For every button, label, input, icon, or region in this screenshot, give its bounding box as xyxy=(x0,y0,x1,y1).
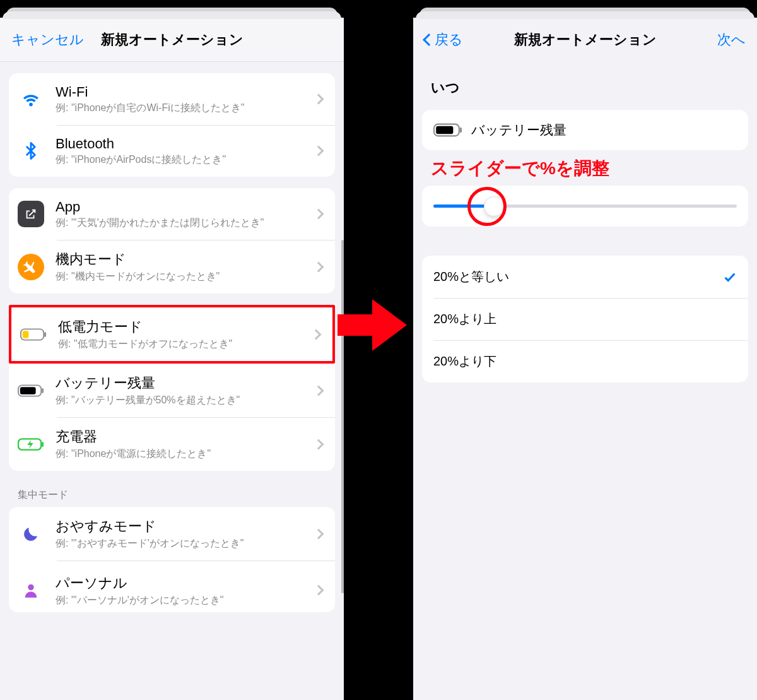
option-equals[interactable]: 20%と等しい xyxy=(422,256,748,298)
trigger-title: App xyxy=(56,199,315,215)
trigger-title: 低電力モード xyxy=(58,317,312,336)
chevron-right-icon xyxy=(311,329,322,340)
low-power-mode-icon xyxy=(20,321,47,348)
arrow-annotation-icon xyxy=(337,297,407,353)
trigger-wifi[interactable]: Wi-Fi 例: "iPhoneが自宅のWi-Fiに接続したとき" xyxy=(9,73,335,125)
highlight-annotation: 低電力モード 例: "低電力モードがオフになったとき" xyxy=(9,305,335,364)
trigger-title: 機内モード xyxy=(56,250,315,269)
trigger-subtitle: 例: "iPhoneがAirPodsに接続したとき" xyxy=(56,153,315,167)
trigger-airplane-mode[interactable]: 機内モード 例: "機内モードがオンになったとき" xyxy=(9,240,335,294)
svg-rect-2 xyxy=(23,331,29,338)
checkmark-icon xyxy=(723,270,737,284)
trigger-subtitle: 例: "'パーソナル'がオンになったとき" xyxy=(56,594,315,607)
trigger-title: 充電器 xyxy=(56,427,315,446)
trigger-bluetooth[interactable]: Bluetooth 例: "iPhoneがAirPodsに接続したとき" xyxy=(9,125,335,177)
option-label: 20%と等しい xyxy=(433,268,509,285)
trigger-subtitle: 例: "低電力モードがオフになったとき" xyxy=(58,338,312,351)
section-header-when: いつ xyxy=(422,62,748,100)
left-phone-screen: キャンセル 新規オートメーション Wi-Fi 例: "iPhoneが自宅のWi-… xyxy=(0,0,344,700)
airplane-mode-icon xyxy=(18,254,44,280)
svg-rect-1 xyxy=(44,332,46,337)
card-stack-decoration xyxy=(0,0,344,18)
chevron-right-icon xyxy=(314,94,324,105)
next-button[interactable]: 次へ xyxy=(717,30,746,49)
nav-bar: 戻る 新規オートメーション 次へ xyxy=(413,18,757,62)
trigger-title: Wi-Fi xyxy=(56,84,315,100)
chevron-right-icon xyxy=(314,585,324,596)
trigger-title: パーソナル xyxy=(56,574,315,593)
back-label: 戻る xyxy=(435,30,463,49)
trigger-summary-row: バッテリー残量 xyxy=(422,110,748,150)
svg-rect-5 xyxy=(20,387,36,394)
trigger-app[interactable]: App 例: "'天気'が開かれたかまたは閉じられたとき" xyxy=(9,188,335,240)
option-label: 20%より下 xyxy=(433,353,496,370)
trigger-subtitle: 例: "機内モードがオンになったとき" xyxy=(56,270,315,283)
person-icon xyxy=(18,577,44,603)
option-below[interactable]: 20%より下 xyxy=(422,340,748,383)
chevron-right-icon xyxy=(314,385,324,396)
trigger-low-power-mode[interactable]: 低電力モード 例: "低電力モードがオフになったとき" xyxy=(11,307,332,361)
option-above[interactable]: 20%より上 xyxy=(422,298,748,340)
chevron-right-icon xyxy=(314,439,324,449)
trigger-subtitle: 例: "'おやすみモード'がオンになったとき" xyxy=(56,537,315,550)
trigger-sleep-focus[interactable]: おやすみモード 例: "'おやすみモード'がオンになったとき" xyxy=(9,507,335,561)
back-button[interactable]: 戻る xyxy=(425,30,463,49)
scrollbar[interactable] xyxy=(341,240,344,593)
svg-rect-4 xyxy=(42,388,44,393)
battery-level-icon xyxy=(433,122,462,138)
trigger-personal-focus[interactable]: パーソナル 例: "'パーソナル'がオンになったとき" xyxy=(9,561,335,612)
trigger-subtitle: 例: "バッテリー残量が50%を超えたとき" xyxy=(56,394,315,407)
cancel-button[interactable]: キャンセル xyxy=(11,30,84,49)
moon-icon xyxy=(18,521,44,547)
chevron-right-icon xyxy=(314,261,324,272)
right-phone-screen: 戻る 新規オートメーション 次へ いつ バッテリー残量 スライダーで%を調整 2… xyxy=(413,0,757,700)
nav-title: 新規オートメーション xyxy=(101,30,244,49)
nav-title: 新規オートメーション xyxy=(514,30,657,49)
trigger-subtitle: 例: "iPhoneが電源に接続したとき" xyxy=(56,448,315,461)
trigger-subtitle: 例: "'天気'が開かれたかまたは閉じられたとき" xyxy=(56,217,315,230)
percent-slider[interactable] xyxy=(422,186,748,227)
app-open-icon xyxy=(18,201,44,227)
svg-point-8 xyxy=(28,584,33,590)
chevron-right-icon xyxy=(314,528,324,539)
trigger-subtitle: 例: "iPhoneが自宅のWi-Fiに接続したとき" xyxy=(56,102,315,115)
slider-track xyxy=(433,205,737,208)
trigger-charger[interactable]: 充電器 例: "iPhoneが電源に接続したとき" xyxy=(9,417,335,471)
wifi-icon xyxy=(18,86,44,112)
chevron-right-icon xyxy=(314,146,324,157)
svg-rect-10 xyxy=(460,128,462,133)
instruction-annotation: スライダーで%を調整 xyxy=(422,150,748,181)
bluetooth-icon xyxy=(18,138,44,164)
charger-icon xyxy=(18,431,44,458)
svg-rect-11 xyxy=(436,126,453,134)
trigger-title: おやすみモード xyxy=(56,517,315,536)
chevron-left-icon xyxy=(423,33,435,46)
svg-rect-7 xyxy=(42,442,44,447)
triggers-list: Wi-Fi 例: "iPhoneが自宅のWi-Fiに接続したとき" Blueto… xyxy=(0,62,344,612)
trigger-summary-label: バッテリー残量 xyxy=(471,121,566,139)
option-label: 20%より上 xyxy=(433,311,496,328)
section-header-focus: 集中モード xyxy=(9,471,335,504)
trigger-battery-level[interactable]: バッテリー残量 例: "バッテリー残量が50%を超えたとき" xyxy=(9,364,335,417)
card-stack-decoration xyxy=(413,0,757,18)
trigger-title: バッテリー残量 xyxy=(56,374,315,393)
nav-bar: キャンセル 新規オートメーション xyxy=(0,18,344,62)
trigger-title: Bluetooth xyxy=(56,136,315,152)
battery-level-icon xyxy=(18,377,44,404)
chevron-right-icon xyxy=(314,209,324,220)
slider-thumb[interactable] xyxy=(484,196,504,217)
